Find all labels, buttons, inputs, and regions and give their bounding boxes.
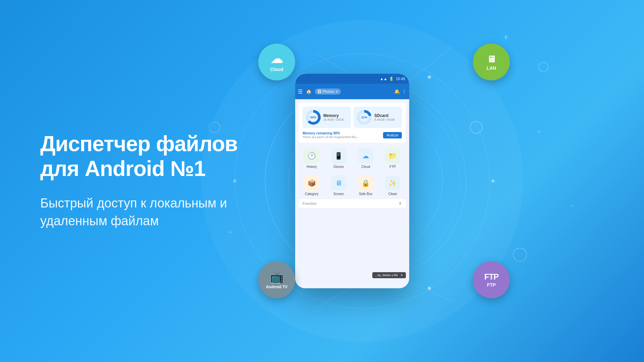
status-bar: ▲▲ 🔋 15:45: [295, 74, 409, 84]
more-icon[interactable]: ⋮: [402, 89, 407, 94]
phone-topbar: ☰ 🏠 🖼 Photos ✕ 🔔 ⋮: [295, 84, 409, 99]
menu-icon[interactable]: ☰: [298, 88, 303, 95]
app-grid-row2: 📦 Category 🖥 Screen 🔒 Safe Box ✨ Clean: [299, 173, 406, 198]
app-device[interactable]: 📱 Device: [326, 146, 352, 171]
cloud-badge-icon: ☁: [271, 52, 283, 66]
wifi-icon: ▲▲: [380, 77, 387, 81]
lan-badge-icon: 🖥: [487, 54, 496, 65]
memory-label: Memory: [323, 113, 344, 118]
function-icon: ⬇: [398, 201, 402, 206]
device-label: Device: [333, 165, 344, 169]
android-tv-badge[interactable]: 📺 Android TV: [258, 261, 295, 298]
memory-sub: There are parts of the fragmented file..…: [303, 135, 359, 139]
app-cloud[interactable]: ☁ Cloud: [353, 146, 379, 171]
clean-label: Clean: [388, 192, 397, 196]
screen-label: Screen: [333, 192, 344, 196]
tv-badge-label: Android TV: [266, 285, 288, 289]
app-history[interactable]: 🕐 History: [299, 146, 325, 171]
app-category[interactable]: 📦 Category: [299, 173, 325, 198]
clean-icon: ✨: [385, 175, 400, 191]
memory-donut: 64%: [306, 110, 321, 125]
lan-badge-label: LAN: [487, 65, 496, 71]
app-grid-row1: 🕐 History 📱 Device ☁ Cloud 📁 FTP: [299, 146, 406, 171]
ftp-icon: 📁: [385, 148, 400, 164]
memory-size: 16.8GB / 20GB: [323, 118, 344, 121]
category-icon: 📦: [304, 175, 319, 191]
app-safebox[interactable]: 🔒 Safe Box: [353, 173, 379, 198]
photos-icon: 🖼: [318, 89, 321, 94]
svg-point-20: [209, 122, 220, 133]
app-ftp[interactable]: 📁 FTP: [380, 146, 406, 171]
home-icon[interactable]: 🏠: [306, 89, 312, 94]
cloud-badge[interactable]: ☁ Cloud: [258, 44, 295, 80]
svg-point-19: [513, 248, 527, 261]
device-icon: 📱: [331, 148, 346, 164]
lan-badge[interactable]: 🖥 LAN: [473, 44, 510, 80]
svg-text:+: +: [570, 202, 574, 209]
sdcard-label: SDcard: [374, 113, 395, 118]
photos-tab[interactable]: 🖼 Photos ✕: [315, 88, 341, 95]
sdcard-size: 8.45GB / 64GB: [374, 118, 395, 121]
history-label: History: [307, 165, 317, 169]
ftp-badge[interactable]: FTP FTP: [473, 261, 510, 298]
sdcard-info: SDcard 8.45GB / 64GB: [374, 113, 395, 121]
memory-remaining-label: Memory remaining: [303, 131, 332, 135]
safebox-label: Safe Box: [359, 192, 373, 196]
svg-text:+: +: [537, 127, 541, 136]
ftp-badge-icon: FTP: [484, 272, 498, 282]
svg-text:+: +: [503, 32, 508, 42]
memory-remaining: Memory remaining 90% There are parts of …: [303, 131, 402, 139]
tv-badge-icon: 📺: [270, 270, 284, 284]
ftp-badge-label: FTP: [487, 282, 496, 288]
function-bar: Function ⬇: [299, 199, 406, 208]
bell-icon[interactable]: 🔔: [394, 89, 400, 94]
category-label: Category: [305, 192, 319, 196]
screen-icon: 🖥: [331, 175, 346, 191]
memory-card: 64% Memory 16.8GB / 20GB: [303, 107, 351, 128]
svg-point-18: [539, 62, 548, 72]
history-icon: 🕐: [304, 148, 319, 164]
center-area: ▲▲ 🔋 15:45 ☰ 🏠 🖼 Photos ✕ 🔔 ⋮: [235, 50, 496, 312]
memory-remaining-value: 90%: [333, 131, 340, 135]
subtitle: Быстрый доступ к локальным и удаленным ф…: [40, 194, 255, 230]
main-title: Диспетчер файлов для Android №1: [40, 132, 255, 181]
memory-info: Memory 16.8GB / 20GB: [323, 113, 344, 121]
safebox-icon: 🔒: [358, 175, 373, 191]
cloud-badge-label: Cloud: [270, 67, 283, 72]
memory-cards: 64% Memory 16.8GB / 20GB 21% SDca: [303, 107, 402, 128]
memory-section: 64% Memory 16.8GB / 20GB 21% SDca: [299, 103, 406, 143]
tooltip-text: ...try, delete a file: [375, 274, 398, 277]
battery-icon: 🔋: [389, 77, 394, 81]
time-display: 15:45: [396, 77, 405, 81]
tooltip-bubble: ...try, delete a file ✕: [372, 272, 406, 278]
left-content: Диспетчер файлов для Android №1 Быстрый …: [40, 132, 255, 230]
app-screen[interactable]: 🖥 Screen: [326, 173, 352, 198]
phone-mockup: ▲▲ 🔋 15:45 ☰ 🏠 🖼 Photos ✕ 🔔 ⋮: [295, 74, 409, 288]
close-icon[interactable]: ✕: [335, 90, 338, 94]
ftp-label: FTP: [389, 165, 396, 169]
phone-screen: ▲▲ 🔋 15:45 ☰ 🏠 🖼 Photos ✕ 🔔 ⋮: [295, 74, 409, 288]
analyze-button[interactable]: Analyze: [383, 132, 402, 138]
sdcard-donut: 21%: [357, 110, 372, 125]
app-clean[interactable]: ✨ Clean: [380, 173, 406, 198]
tooltip-close[interactable]: ✕: [400, 274, 403, 277]
sdcard-card: 21% SDcard 8.45GB / 64GB: [354, 107, 402, 128]
cloud-icon: ☁: [358, 148, 373, 164]
cloud-label: Cloud: [361, 165, 370, 169]
function-label: Function: [303, 201, 317, 205]
